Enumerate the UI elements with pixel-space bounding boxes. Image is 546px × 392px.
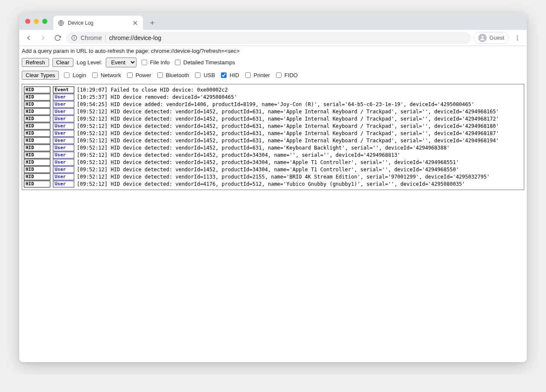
log-category: HID xyxy=(24,137,50,144)
type-filter-checkbox-bluetooth[interactable] xyxy=(157,72,163,78)
type-filter-checkbox-network[interactable] xyxy=(92,72,98,78)
file-info-toggle[interactable]: File Info xyxy=(140,58,170,66)
minimize-window-button[interactable] xyxy=(34,19,39,24)
log-category: HID xyxy=(24,123,50,130)
type-filter-printer[interactable]: Printer xyxy=(244,71,270,79)
log-message: [09:54:25] HID device added: vendorId=14… xyxy=(77,101,474,107)
controls-row-2: Clear Types LoginNetworkPowerBluetoothUS… xyxy=(19,69,527,81)
detailed-ts-checkbox[interactable] xyxy=(175,60,180,65)
svg-point-7 xyxy=(517,39,518,40)
type-filter-login[interactable]: Login xyxy=(62,71,86,79)
svg-point-6 xyxy=(517,37,518,38)
type-filter-checkbox-power[interactable] xyxy=(127,72,133,78)
tab-strip: Device Log + xyxy=(19,13,527,30)
log-row: HIDUser[09:52:12] HID device detected: v… xyxy=(24,123,522,130)
type-filter-usb[interactable]: USB xyxy=(193,71,215,79)
svg-point-5 xyxy=(517,35,518,36)
clear-types-button[interactable]: Clear Types xyxy=(22,71,59,80)
log-message: [09:52:12] HID device detected: vendorId… xyxy=(77,181,465,187)
svg-rect-3 xyxy=(74,37,74,39)
type-filter-checkbox-usb[interactable] xyxy=(195,72,200,78)
log-level: User xyxy=(53,101,74,108)
log-category: HID xyxy=(24,86,50,93)
log-row: HIDUser[10:25:37] HID device removed: de… xyxy=(24,94,522,101)
forward-button[interactable] xyxy=(37,32,49,44)
browser-toolbar: Chrome chrome://device-log Guest xyxy=(19,30,527,46)
type-filter-power[interactable]: Power xyxy=(125,71,151,79)
refresh-hint: Add a query param in URL to auto-refresh… xyxy=(19,46,527,56)
refresh-button[interactable]: Refresh xyxy=(22,58,49,67)
log-category: HID xyxy=(24,166,50,173)
log-category: HID xyxy=(24,101,50,108)
log-category: HID xyxy=(24,159,50,166)
log-level: User xyxy=(53,173,74,180)
log-category: HID xyxy=(24,108,50,115)
omnibox-divider xyxy=(105,35,106,41)
log-level: Event xyxy=(53,86,74,93)
log-level: User xyxy=(53,94,74,101)
type-filter-fido[interactable]: FIDO xyxy=(274,71,298,79)
type-filter-group: LoginNetworkPowerBluetoothUSBHIDPrinterF… xyxy=(62,71,298,79)
log-row: HIDUser[09:52:12] HID device detected: v… xyxy=(24,130,522,137)
log-row: HIDUser[09:54:25] HID device added: vend… xyxy=(24,101,522,108)
log-category: HID xyxy=(24,130,50,137)
log-level-label: Log Level: xyxy=(77,59,102,66)
avatar-icon xyxy=(478,34,487,42)
back-button[interactable] xyxy=(23,32,35,44)
log-category: HID xyxy=(24,94,50,101)
log-row: HIDUser[09:52:12] HID device detected: v… xyxy=(24,166,522,173)
log-row: HIDUser[09:52:12] HID device detected: v… xyxy=(24,115,522,122)
site-info-icon[interactable] xyxy=(71,35,77,41)
log-row: HIDUser[09:52:12] HID device detected: v… xyxy=(24,144,522,151)
log-message: [09:52:12] HID device detected: vendorId… xyxy=(77,138,499,144)
kebab-menu-icon[interactable] xyxy=(511,32,523,44)
type-filter-bluetooth[interactable]: Bluetooth xyxy=(156,71,189,79)
maximize-window-button[interactable] xyxy=(42,19,47,24)
log-level: User xyxy=(53,108,74,115)
svg-point-2 xyxy=(74,36,75,37)
new-tab-button[interactable]: + xyxy=(146,17,158,29)
controls-row-1: Refresh Clear Log Level: Event File Info… xyxy=(19,56,527,69)
log-message: [10:25:37] HID device removed: deviceId=… xyxy=(77,94,237,100)
browser-window: Device Log + Chrome chrome://device-log xyxy=(19,13,527,362)
log-level: User xyxy=(53,166,74,173)
log-level: User xyxy=(53,115,74,122)
reload-button[interactable] xyxy=(52,32,64,44)
log-level: User xyxy=(53,159,74,166)
log-category: HID xyxy=(24,152,50,159)
omnibox-url: chrome://device-log xyxy=(109,35,161,41)
log-category: HID xyxy=(24,173,50,180)
log-row: HIDUser[09:52:12] HID device detected: v… xyxy=(24,159,522,166)
log-category: HID xyxy=(24,115,50,122)
type-filter-hid[interactable]: HID xyxy=(219,71,239,79)
log-message: [09:52:12] HID device detected: vendorId… xyxy=(77,152,401,158)
type-filter-checkbox-login[interactable] xyxy=(64,72,70,78)
clear-button[interactable]: Clear xyxy=(52,58,73,67)
file-info-checkbox[interactable] xyxy=(142,60,147,65)
profile-label: Guest xyxy=(489,35,504,41)
log-table: HIDEvent[10:29:07] Failed to close HID d… xyxy=(22,84,524,190)
log-message: [09:52:12] HID device detected: vendorId… xyxy=(77,116,499,122)
log-level-select[interactable]: Event xyxy=(106,58,136,67)
log-row: HIDUser[09:52:12] HID device detected: v… xyxy=(24,173,522,180)
log-row: HIDEvent[10:29:07] Failed to close HID d… xyxy=(24,86,522,93)
detailed-ts-toggle[interactable]: Detailed Timestamps xyxy=(173,58,235,66)
log-row: HIDUser[09:52:12] HID device detected: v… xyxy=(24,137,522,144)
close-window-button[interactable] xyxy=(25,19,30,24)
profile-chip[interactable]: Guest xyxy=(473,32,509,44)
log-category: HID xyxy=(24,144,50,151)
window-controls xyxy=(25,19,47,24)
log-level: User xyxy=(53,137,74,144)
log-level: User xyxy=(53,181,74,187)
log-category: HID xyxy=(24,181,50,187)
log-level: User xyxy=(53,130,74,137)
type-filter-network[interactable]: Network xyxy=(90,71,121,79)
log-level: User xyxy=(53,152,74,159)
type-filter-checkbox-hid[interactable] xyxy=(221,72,227,78)
address-bar[interactable]: Chrome chrome://device-log xyxy=(66,32,471,44)
type-filter-checkbox-fido[interactable] xyxy=(276,72,282,78)
browser-tab[interactable]: Device Log xyxy=(53,16,143,30)
type-filter-checkbox-printer[interactable] xyxy=(245,72,251,78)
close-tab-icon[interactable] xyxy=(132,20,139,26)
log-row: HIDUser[09:52:12] HID device detected: v… xyxy=(24,152,522,159)
